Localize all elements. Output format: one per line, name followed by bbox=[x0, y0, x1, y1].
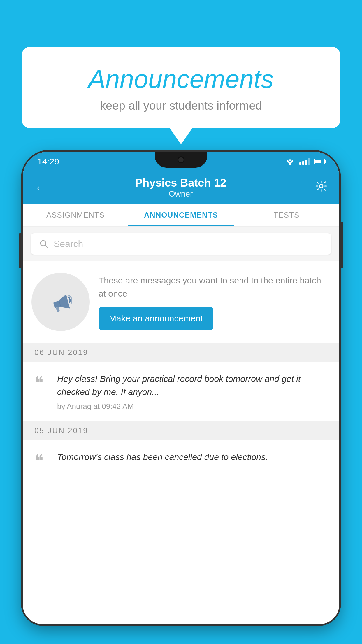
tab-assignments[interactable]: ASSIGNMENTS bbox=[23, 204, 128, 226]
announcement-item-1[interactable]: ❝ Hey class! Bring your practical record… bbox=[23, 362, 339, 421]
svg-line-3 bbox=[45, 245, 48, 248]
phone-container: 14:29 bbox=[23, 152, 339, 644]
battery-fill bbox=[315, 160, 321, 163]
announcement-promo: These are messages you want to send to t… bbox=[23, 261, 339, 343]
search-container: Search bbox=[23, 227, 339, 261]
back-button[interactable]: ← bbox=[34, 181, 47, 195]
settings-icon[interactable] bbox=[315, 180, 328, 195]
speech-bubble: Announcements keep all your students inf… bbox=[22, 47, 340, 128]
search-bar[interactable]: Search bbox=[31, 233, 331, 255]
app-bar-title: Physics Batch 12 bbox=[135, 177, 226, 189]
svg-rect-6 bbox=[56, 307, 60, 312]
wifi-icon bbox=[285, 158, 295, 165]
speech-bubble-title: Announcements bbox=[39, 64, 323, 94]
tab-tests[interactable]: TESTS bbox=[234, 204, 339, 226]
signal-icon bbox=[299, 158, 310, 165]
tabs-bar: ASSIGNMENTS ANNOUNCEMENTS TESTS bbox=[23, 204, 339, 227]
speech-bubble-container: Announcements keep all your students inf… bbox=[22, 47, 340, 128]
app-bar-title-area: Physics Batch 12 Owner bbox=[135, 177, 226, 199]
announcement-text-2: Tomorrow's class has been cancelled due … bbox=[57, 450, 328, 463]
megaphone-icon bbox=[45, 286, 77, 318]
status-icons bbox=[285, 158, 325, 165]
tab-announcements[interactable]: ANNOUNCEMENTS bbox=[128, 204, 234, 226]
svg-point-0 bbox=[289, 164, 291, 165]
battery-icon bbox=[314, 159, 325, 164]
announcement-content-1: Hey class! Bring your practical record b… bbox=[57, 372, 328, 411]
front-camera bbox=[178, 156, 184, 163]
make-announcement-button[interactable]: Make an announcement bbox=[99, 307, 213, 330]
quote-icon-1: ❝ bbox=[34, 374, 49, 391]
search-placeholder: Search bbox=[54, 239, 83, 249]
svg-point-1 bbox=[319, 184, 323, 188]
date-separator-2: 05 JUN 2019 bbox=[23, 421, 339, 440]
announcement-item-2[interactable]: ❝ Tomorrow's class has been cancelled du… bbox=[23, 440, 339, 475]
phone-screen: 14:29 bbox=[23, 152, 339, 624]
phone-notch bbox=[155, 152, 207, 168]
date-separator-1: 06 JUN 2019 bbox=[23, 343, 339, 362]
status-time: 14:29 bbox=[37, 157, 59, 167]
search-icon bbox=[39, 239, 49, 249]
announcement-text-1: Hey class! Bring your practical record b… bbox=[57, 372, 328, 398]
promo-description: These are messages you want to send to t… bbox=[99, 274, 331, 300]
speech-bubble-subtitle: keep all your students informed bbox=[39, 99, 323, 112]
announcement-meta-1: by Anurag at 09:42 AM bbox=[57, 402, 328, 411]
app-bar-subtitle: Owner bbox=[135, 189, 226, 199]
announcement-content-2: Tomorrow's class has been cancelled due … bbox=[57, 450, 328, 467]
content-area: Search bbox=[23, 227, 339, 475]
quote-icon-2: ❝ bbox=[34, 452, 49, 469]
promo-right: These are messages you want to send to t… bbox=[99, 274, 331, 330]
phone-device: 14:29 bbox=[23, 152, 339, 624]
promo-icon-circle bbox=[31, 273, 90, 331]
app-bar: ← Physics Batch 12 Owner bbox=[23, 172, 339, 204]
